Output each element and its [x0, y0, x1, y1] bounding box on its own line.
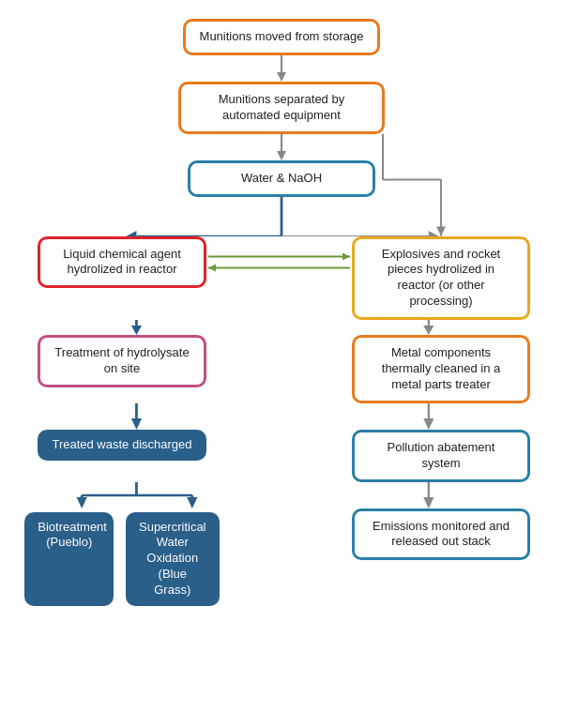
treated-waste-box: Treated waste discharged — [38, 430, 206, 461]
svg-marker-11 — [277, 151, 286, 160]
svg-marker-24 — [423, 418, 434, 430]
arrow-2-3 — [273, 134, 290, 160]
row-2: Munitions separated by automated equipme… — [19, 82, 544, 134]
emissions-box: Emissions monitored and released out sta… — [352, 508, 530, 561]
row-7: Biotreatment (Pueblo) Supercritical Wate… — [19, 508, 544, 606]
col-left-liquid: Liquid chemical agent hydrolized in reac… — [19, 236, 225, 289]
svg-marker-32 — [423, 497, 434, 508]
col-right-pollution: Pollution abatement system — [338, 430, 544, 482]
water-naoh-box: Water & NaOH — [188, 160, 375, 197]
svg-marker-20 — [423, 326, 434, 335]
treated-waste-label: Treated waste discharged — [52, 437, 191, 451]
arrow-row-5 — [19, 320, 544, 335]
col-left-bottom: Biotreatment (Pueblo) Supercritical Wate… — [19, 508, 225, 606]
pollution-abatement-label: Pollution abatement system — [388, 440, 495, 470]
arrow-row-7 — [19, 482, 544, 508]
munitions-storage-label: Munitions moved from storage — [200, 29, 364, 43]
col-left-treatment: Treatment of hydrolysate on site — [19, 335, 225, 387]
supercritical-label: Supercritical Water Oxidation (Blue Gras… — [139, 520, 206, 598]
svg-marker-16 — [429, 231, 439, 236]
biotreatment-box: Biotreatment (Pueblo) — [24, 512, 114, 606]
liquid-agent-box: Liquid chemical agent hydrolized in reac… — [38, 236, 206, 289]
munitions-separated-label: Munitions separated by automated equipme… — [219, 92, 344, 122]
col-left-waste: Treated waste discharged — [19, 430, 225, 461]
munitions-separated-box: Munitions separated by automated equipme… — [178, 82, 385, 134]
svg-marker-30 — [187, 497, 197, 508]
svg-marker-22 — [131, 418, 142, 430]
liquid-agent-label: Liquid chemical agent hydrolized in reac… — [63, 247, 181, 277]
treatment-label: Treatment of hydrolysate on site — [54, 345, 189, 375]
col-right-metal: Metal components thermally cleaned in a … — [338, 335, 544, 403]
metal-components-box: Metal components thermally cleaned in a … — [352, 335, 530, 403]
explosives-label: Explosives and rocket pieces hydrolized … — [382, 247, 500, 309]
arrow-row-6 — [19, 403, 544, 430]
munitions-storage-box: Munitions moved from storage — [183, 19, 380, 55]
svg-marker-18 — [131, 326, 142, 335]
pollution-abatement-box: Pollution abatement system — [352, 430, 530, 482]
metal-components-label: Metal components thermally cleaned in a … — [382, 345, 500, 391]
row-6: Treated waste discharged Pollution abate… — [19, 430, 544, 482]
row-1: Munitions moved from storage — [19, 19, 544, 55]
emissions-label: Emissions monitored and released out sta… — [373, 519, 510, 549]
arrow-1-2 — [273, 55, 290, 82]
water-naoh-label: Water & NaOH — [241, 171, 322, 185]
supercritical-box: Supercritical Water Oxidation (Blue Gras… — [126, 512, 220, 606]
svg-marker-9 — [277, 72, 286, 82]
row-4: Liquid chemical agent hydrolized in reac… — [19, 236, 544, 321]
flowchart: Munitions moved from storage Munitions s… — [19, 9, 544, 625]
row-5: Treatment of hydrolysate on site Metal c… — [19, 335, 544, 403]
col-right-emissions: Emissions monitored and released out sta… — [338, 508, 544, 561]
col-right-explosives: Explosives and rocket pieces hydrolized … — [338, 236, 544, 321]
svg-marker-28 — [77, 497, 87, 508]
row-3: Water & NaOH — [19, 160, 544, 197]
bottom-boxes-row: Biotreatment (Pueblo) Supercritical Wate… — [19, 512, 225, 606]
biotreatment-label: Biotreatment (Pueblo) — [38, 520, 107, 550]
treatment-box: Treatment of hydrolysate on site — [38, 335, 206, 387]
svg-marker-14 — [126, 231, 136, 236]
arrow-row-4 — [19, 197, 544, 236]
explosives-box: Explosives and rocket pieces hydrolized … — [352, 236, 530, 321]
